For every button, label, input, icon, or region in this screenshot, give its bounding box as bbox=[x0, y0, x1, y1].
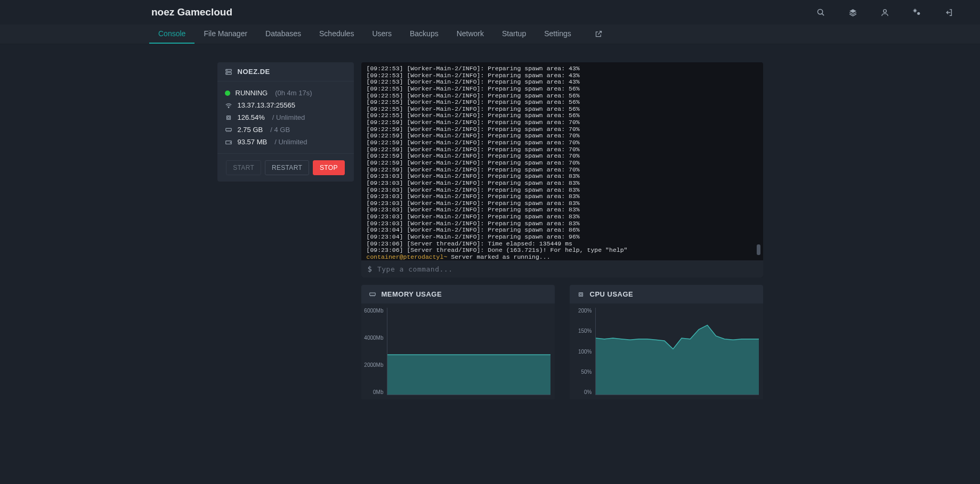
console: [09:22:53] [Worker-Main-2/INFO]: Prepari… bbox=[361, 62, 763, 277]
tab-label: Network bbox=[457, 29, 484, 38]
cpu-chart-card: CPU USAGE 200%150%100%50%0% bbox=[570, 285, 763, 399]
svg-rect-10 bbox=[226, 116, 230, 119]
disk-row: 93.57 MB / Unlimited bbox=[225, 136, 346, 148]
start-button[interactable]: START bbox=[226, 160, 261, 175]
console-line: [09:22:59] [Worker-Main-2/INFO]: Prepari… bbox=[367, 160, 758, 167]
memory-icon bbox=[225, 126, 232, 134]
uptime-text: (0h 4m 17s) bbox=[275, 89, 312, 97]
y-tick: 200% bbox=[578, 308, 592, 314]
main-column: [09:22:53] [Worker-Main-2/INFO]: Prepari… bbox=[361, 62, 763, 399]
svg-point-2 bbox=[883, 9, 886, 12]
y-tick: 6000Mb bbox=[364, 308, 383, 314]
content: NOEZ.DE RUNNING (0h 4m 17s) 13.37.13.37:… bbox=[0, 44, 980, 410]
address-text: 13.37.13.37:25565 bbox=[238, 101, 295, 109]
cpu-icon bbox=[577, 291, 585, 298]
y-axis: 200%150%100%50%0% bbox=[571, 308, 595, 395]
tab-console[interactable]: Console bbox=[149, 24, 195, 44]
chart-body: 6000Mb4000Mb2000Mb0Mb bbox=[361, 303, 555, 399]
tab-settings[interactable]: Settings bbox=[535, 24, 580, 44]
tab-label: Users bbox=[372, 29, 392, 38]
server-stats: RUNNING (0h 4m 17s) 13.37.13.37:25565 12… bbox=[217, 81, 354, 154]
plot-area bbox=[387, 308, 550, 395]
prompt-dollar-icon: $ bbox=[368, 265, 372, 273]
console-line: [09:23:04] [Worker-Main-2/INFO]: Prepari… bbox=[367, 234, 758, 241]
mem-limit: / 4 GB bbox=[270, 126, 290, 134]
tab-backups[interactable]: Backups bbox=[401, 24, 448, 44]
svg-rect-17 bbox=[580, 293, 582, 296]
svg-rect-15 bbox=[369, 293, 375, 296]
memory-chart: 6000Mb4000Mb2000Mb0Mb bbox=[362, 308, 550, 395]
tab-label: Schedules bbox=[319, 29, 354, 38]
tab-label: Databases bbox=[265, 29, 301, 38]
y-tick: 2000Mb bbox=[364, 362, 383, 368]
tab-users[interactable]: Users bbox=[363, 24, 401, 44]
restart-button[interactable]: RESTART bbox=[265, 160, 309, 175]
svg-point-0 bbox=[817, 9, 822, 14]
tab-databases[interactable]: Databases bbox=[256, 24, 310, 44]
logout-icon[interactable] bbox=[944, 7, 953, 17]
chart-row: MEMORY USAGE 6000Mb4000Mb2000Mb0Mb CPU U… bbox=[361, 285, 763, 399]
tab-label: Settings bbox=[544, 29, 571, 38]
y-tick: 50% bbox=[581, 369, 592, 375]
console-line: [09:23:03] [Worker-Main-2/INFO]: Prepari… bbox=[367, 180, 758, 187]
brand-title: noez Gamecloud bbox=[151, 6, 232, 18]
chart-header: CPU USAGE bbox=[570, 285, 763, 303]
tab-label: Startup bbox=[502, 29, 526, 38]
console-line: [09:22:55] [Worker-Main-2/INFO]: Prepari… bbox=[367, 99, 758, 106]
chart-header: MEMORY USAGE bbox=[361, 285, 555, 303]
server-icon bbox=[225, 68, 232, 76]
tab-file-manager[interactable]: File Manager bbox=[195, 24, 256, 44]
wifi-icon bbox=[225, 102, 232, 109]
tab-label: File Manager bbox=[204, 29, 247, 38]
status-row: RUNNING (0h 4m 17s) bbox=[225, 87, 346, 99]
svg-rect-12 bbox=[225, 128, 231, 131]
admin-cogs-icon[interactable] bbox=[912, 7, 921, 17]
console-line: [09:23:03] [Worker-Main-2/INFO]: Prepari… bbox=[367, 214, 758, 220]
mem-value: 2.75 GB bbox=[238, 126, 263, 134]
cpu-value: 126.54% bbox=[238, 113, 265, 121]
server-name: NOEZ.DE bbox=[238, 68, 270, 76]
tab-startup[interactable]: Startup bbox=[493, 24, 535, 44]
status-text: RUNNING bbox=[236, 89, 268, 97]
disk-limit: / Unlimited bbox=[274, 138, 307, 146]
user-icon[interactable] bbox=[880, 7, 889, 17]
memory-chart-card: MEMORY USAGE 6000Mb4000Mb2000Mb0Mb bbox=[361, 285, 555, 399]
chart-body: 200%150%100%50%0% bbox=[570, 303, 763, 399]
search-icon[interactable] bbox=[816, 7, 825, 17]
y-tick: 0Mb bbox=[373, 389, 383, 395]
topbar-icons bbox=[816, 7, 959, 17]
disk-icon bbox=[225, 138, 232, 146]
memory-row: 2.75 GB / 4 GB bbox=[225, 124, 346, 136]
external-link-icon[interactable] bbox=[586, 24, 612, 44]
cpu-icon bbox=[225, 114, 232, 121]
layers-icon[interactable] bbox=[848, 7, 857, 17]
console-output[interactable]: [09:22:53] [Worker-Main-2/INFO]: Prepari… bbox=[361, 62, 763, 260]
svg-rect-16 bbox=[579, 292, 582, 296]
tab-network[interactable]: Network bbox=[448, 24, 493, 44]
nav-tabs: Console File Manager Databases Schedules… bbox=[0, 24, 980, 44]
chart-title: MEMORY USAGE bbox=[382, 290, 442, 298]
scrollbar-thumb[interactable] bbox=[757, 244, 760, 255]
y-axis: 6000Mb4000Mb2000Mb0Mb bbox=[362, 308, 387, 395]
svg-rect-11 bbox=[228, 117, 230, 119]
topbar: noez Gamecloud bbox=[0, 0, 980, 24]
console-prompt-line: container@pterodactyl~ Server marked as … bbox=[367, 254, 758, 260]
plot-area bbox=[595, 308, 759, 395]
address-row: 13.37.13.37:25565 bbox=[225, 99, 346, 111]
server-info-card: NOEZ.DE RUNNING (0h 4m 17s) 13.37.13.37:… bbox=[217, 62, 354, 182]
chart-title: CPU USAGE bbox=[590, 290, 634, 298]
console-input[interactable] bbox=[377, 265, 757, 273]
y-tick: 100% bbox=[578, 349, 592, 355]
console-line: [09:22:59] [Worker-Main-2/INFO]: Prepari… bbox=[367, 140, 758, 146]
cpu-row: 126.54% / Unlimited bbox=[225, 111, 346, 124]
console-line: [09:22:59] [Worker-Main-2/INFO]: Prepari… bbox=[367, 119, 758, 126]
svg-point-14 bbox=[230, 142, 230, 143]
y-tick: 4000Mb bbox=[364, 335, 383, 341]
stop-button[interactable]: STOP bbox=[313, 160, 345, 175]
svg-point-4 bbox=[917, 12, 920, 15]
console-line: [09:23:03] [Worker-Main-2/INFO]: Prepari… bbox=[367, 193, 758, 200]
tab-schedules[interactable]: Schedules bbox=[310, 24, 363, 44]
tab-label: Console bbox=[158, 29, 185, 38]
console-line: [09:23:03] [Worker-Main-2/INFO]: Prepari… bbox=[367, 173, 758, 180]
disk-value: 93.57 MB bbox=[238, 138, 268, 146]
